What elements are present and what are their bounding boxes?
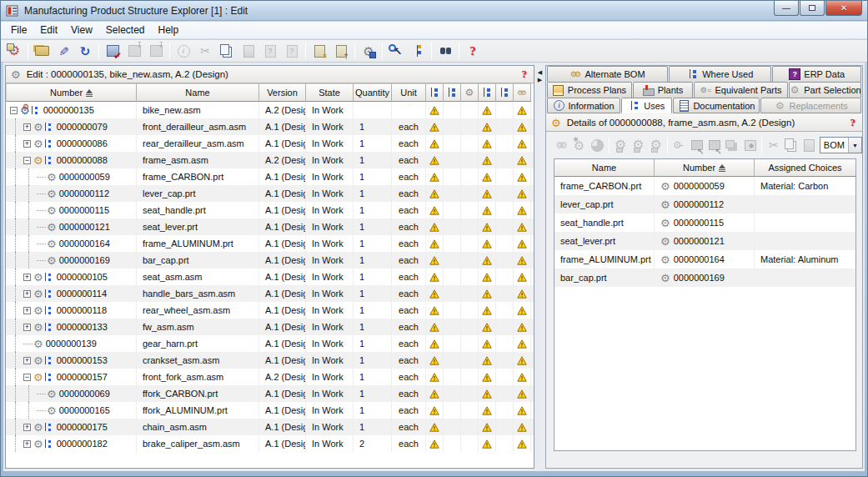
tab-part-selection[interactable]: Part Selection — [789, 82, 861, 98]
tab-information[interactable]: Information — [547, 98, 620, 113]
column-header-plant-structure-icon[interactable] — [496, 83, 514, 102]
column-header-uses-structure-icon[interactable] — [426, 83, 444, 102]
tree-row[interactable]: +⚙0000000182brake_caliper_asm.asmA.1 (De… — [6, 435, 534, 452]
tree-row[interactable]: −⚙0000000157front_fork_asm.asmA.2 (Desig… — [6, 369, 534, 385]
collapse-node-button[interactable]: − — [10, 107, 18, 114]
expand-node-button[interactable]: + — [23, 274, 31, 281]
flag-cell — [426, 285, 444, 302]
flag-cell — [444, 352, 461, 369]
tab-erp-data[interactable]: ERP Data — [772, 66, 861, 82]
title-bar[interactable]: Manufacturing Product Structure Explorer… — [1, 1, 867, 21]
expand-node-button[interactable]: + — [23, 290, 31, 298]
column-header-name[interactable]: Name — [137, 83, 259, 102]
open-folder-icon[interactable] — [32, 41, 52, 61]
dropdown-arrow-icon[interactable]: ▼ — [848, 138, 861, 153]
column-header-gear-lightning-icon[interactable]: ⚙ — [461, 83, 479, 102]
tree-row[interactable]: +⚙0000000114handle_bars_asm.asmA.1 (Desi… — [6, 285, 534, 302]
collapse-node-button[interactable]: − — [23, 157, 31, 164]
tree-row[interactable]: +⚙0000000105seat_asm.asmA.1 (Design)In W… — [6, 269, 534, 285]
expand-node-button[interactable]: + — [23, 324, 31, 331]
tree-row[interactable]: ⚙0000000069ffork_CARBON.prtA.1 (Design)I… — [6, 385, 534, 402]
help-icon[interactable]: ? — [850, 116, 856, 129]
uses-row[interactable]: seat_handle.prt⚙0000000115 — [554, 213, 855, 232]
expand-node-button[interactable]: + — [23, 140, 31, 148]
uses-row[interactable]: frame_ALUMINUM.prt⚙0000000164Material: A… — [554, 250, 855, 269]
tree-row[interactable]: ⚙0000000139gear_harn.prtA.1 (Design)In W… — [6, 335, 534, 352]
tab-where-used[interactable]: Where Used — [669, 66, 771, 82]
tree-row[interactable]: ⚙0000000059frame_CARBON.prtA.1 (Design)I… — [6, 168, 534, 185]
minimize-button[interactable]: — — [774, 1, 799, 16]
expand-node-button[interactable]: + — [23, 440, 31, 448]
tree-row[interactable]: −⚙0000000088frame_asm.asmA.2 (Design)In … — [6, 152, 534, 168]
menu-selected[interactable]: Selected — [99, 23, 152, 38]
tab-process-plans[interactable]: Process Plans — [547, 82, 632, 98]
column-header-quantity[interactable]: Quantity — [354, 83, 392, 102]
select-part-icon[interactable] — [386, 41, 406, 61]
tree-row[interactable]: +⚙0000000086rear_derailleur_asm.asmA.1 (… — [6, 135, 534, 152]
tab-equivalent-parts[interactable]: Equivalent Parts — [694, 82, 788, 98]
save-settings-icon[interactable] — [359, 41, 379, 61]
column-header-name[interactable]: Name — [554, 159, 655, 177]
tab-uses[interactable]: Uses — [621, 98, 672, 113]
tree-row[interactable]: +⚙0000000118rear_wheel_asm.asmA.1 (Desig… — [6, 302, 534, 319]
edit-icon[interactable] — [53, 41, 73, 61]
expand-node-button[interactable]: + — [23, 424, 31, 431]
column-header-equivalent-structure-icon[interactable] — [479, 83, 496, 102]
tab-alternate-bom[interactable]: Alternate BOM — [547, 66, 668, 82]
expand-tree-icon[interactable] — [408, 41, 428, 61]
tree-row[interactable]: +⚙0000000175chain_asm.asmA.1 (Design)In … — [6, 419, 534, 435]
menu-edit[interactable]: Edit — [33, 23, 64, 38]
product-structure-icon[interactable] — [4, 41, 24, 61]
collapse-right-icon[interactable]: ▶ — [538, 76, 542, 83]
help-icon[interactable]: ? — [522, 68, 528, 81]
flag-cell — [426, 168, 444, 185]
menu-help[interactable]: Help — [152, 23, 186, 38]
tree-row[interactable]: ⚙0000000164frame_ALUMINUM.prtA.1 (Design… — [6, 235, 534, 252]
tree-row[interactable]: −⚙0000000135bike_new.asmA.2 (Design)In W… — [6, 102, 534, 118]
column-header-number[interactable]: Number — [6, 83, 137, 102]
uses-row[interactable]: seat_lever.prt⚙0000000121 — [554, 232, 855, 250]
insert-clipboard-icon[interactable] — [331, 41, 351, 61]
uses-row[interactable]: frame_CARBON.prt⚙0000000059Material: Car… — [554, 177, 855, 195]
column-header-state[interactable]: State — [306, 83, 354, 102]
toolbar-separator — [761, 137, 762, 153]
find-icon[interactable] — [435, 41, 455, 61]
column-header-assigned-choices[interactable]: Assigned Choices — [755, 159, 856, 177]
menu-file[interactable]: File — [4, 23, 33, 38]
tree-row[interactable]: ⚙0000000115seat_handle.prtA.1 (Design)In… — [6, 202, 534, 218]
cell-version: A.1 (Design) — [259, 335, 306, 352]
column-header-version[interactable]: Version — [259, 83, 306, 102]
tab-documentation[interactable]: Documentation — [673, 98, 760, 113]
column-header-alternate-parts-icon[interactable]: ⚙⚙ — [514, 83, 531, 102]
expand-node-button[interactable]: + — [23, 357, 31, 364]
tab-plants[interactable]: Plants — [633, 82, 693, 98]
tree-row[interactable]: +⚙0000000079front_derailleur_asm.asmA.1 … — [6, 118, 534, 135]
check-in-icon[interactable] — [103, 41, 123, 61]
paste-duplicate-icon — [282, 41, 302, 61]
menu-view[interactable]: View — [64, 23, 99, 38]
column-header-allocated-structure-icon[interactable] — [444, 83, 461, 102]
bom-view-dropdown[interactable]: BOM▼ — [820, 137, 862, 153]
expand-node-button[interactable]: + — [23, 123, 31, 131]
tree-row[interactable]: +⚙0000000133fw_asm.asmA.1 (Design)In Wor… — [6, 319, 534, 335]
help-icon[interactable] — [463, 41, 483, 61]
restore-button[interactable] — [800, 1, 825, 16]
remove-clipboard-icon[interactable] — [309, 41, 329, 61]
tree-row[interactable]: +⚙0000000153crankset_asm.asmA.1 (Design)… — [6, 352, 534, 369]
column-header-unit[interactable]: Unit — [392, 83, 426, 102]
collapse-node-button[interactable]: − — [23, 374, 31, 381]
refresh-icon[interactable] — [75, 41, 95, 61]
tree-row[interactable]: ⚙0000000112lever_cap.prtA.1 (Design)In W… — [6, 185, 534, 202]
column-header-number[interactable]: Number — [655, 159, 755, 177]
part-number: 0000000169 — [674, 273, 725, 283]
uses-row[interactable]: bar_cap.prt⚙0000000169 — [554, 269, 855, 287]
tree-row[interactable]: ⚙0000000165ffork_ALUMINUM.prtA.1 (Design… — [6, 402, 534, 419]
uses-row[interactable]: lever_cap.prt⚙0000000112 — [554, 195, 855, 213]
tree-row[interactable]: ⚙0000000169bar_cap.prtA.1 (Design)In Wor… — [6, 252, 534, 269]
close-button[interactable]: ✕ — [825, 1, 862, 16]
copy-icon[interactable] — [217, 41, 237, 61]
tree-row[interactable]: ⚙0000000121seat_lever.prtA.1 (Design)In … — [6, 218, 534, 235]
panel-splitter[interactable]: ◀ ▶ — [535, 65, 544, 469]
expand-node-button[interactable]: + — [23, 307, 31, 314]
collapse-left-icon[interactable]: ◀ — [538, 68, 542, 76]
